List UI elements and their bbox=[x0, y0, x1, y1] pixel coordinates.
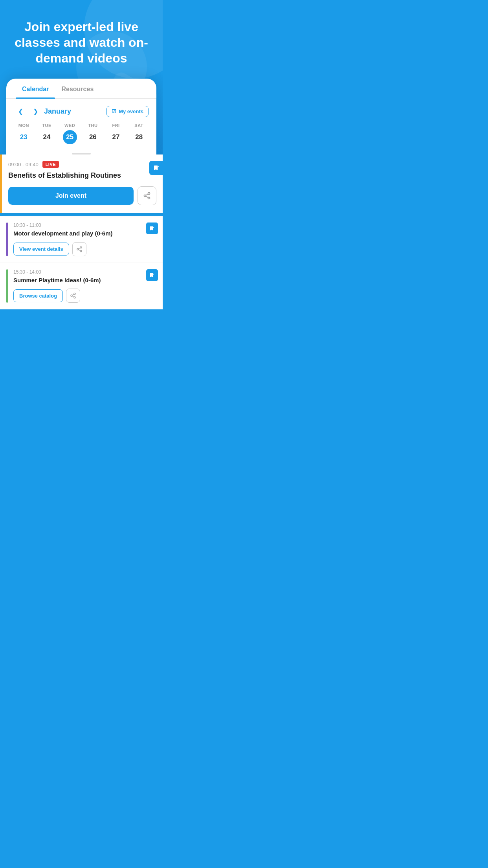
day-label-tue: TUE bbox=[42, 123, 51, 128]
event-2-content: 15:30 - 14:00 Summer Playtime Ideas! (0-… bbox=[13, 269, 156, 303]
day-label-fri: FRI bbox=[112, 123, 119, 128]
event-1-content: 10:30 - 11:00 Motor development and play… bbox=[13, 223, 156, 256]
event-1-color-bar bbox=[6, 223, 8, 256]
share-button-2[interactable] bbox=[66, 289, 80, 303]
day-cell-sat[interactable]: SAT 28 bbox=[128, 121, 150, 147]
day-strip: MON 23 TUE 24 WED 25 THU 26 FRI 27 bbox=[6, 121, 156, 151]
share-icon-1 bbox=[76, 246, 83, 252]
hero-title: Join expert-led live classes and watch o… bbox=[9, 19, 153, 66]
day-num-fri: 27 bbox=[109, 130, 123, 144]
calendar-nav: ❮ ❯ January ☑ My events bbox=[6, 99, 156, 121]
my-events-label: My events bbox=[119, 108, 143, 114]
tab-resources[interactable]: Resources bbox=[55, 79, 100, 98]
featured-event-card: 09:00 - 09:40 LIVE Benefits of Establish… bbox=[0, 154, 163, 213]
tab-calendar[interactable]: Calendar bbox=[16, 79, 55, 98]
day-cell-tue[interactable]: TUE 24 bbox=[36, 121, 58, 147]
scrubber-handle bbox=[72, 153, 91, 154]
day-num-sat: 28 bbox=[132, 130, 146, 144]
browse-catalog-button[interactable]: Browse catalog bbox=[13, 289, 63, 302]
event-2-color-bar bbox=[6, 269, 8, 303]
event-1-title: Motor development and play (0-6m) bbox=[13, 230, 156, 237]
event-1-bookmark-icon[interactable] bbox=[146, 223, 158, 234]
share-icon bbox=[143, 192, 151, 200]
svg-line-9 bbox=[78, 248, 80, 249]
svg-line-4 bbox=[146, 194, 148, 195]
day-label-wed: WED bbox=[64, 123, 75, 128]
day-num-thu: 26 bbox=[86, 130, 100, 144]
event-1-actions: View event details bbox=[13, 242, 156, 256]
hero-section: Join expert-led live classes and watch o… bbox=[0, 0, 163, 154]
event-2-title: Summer Playtime Ideas! (0-6m) bbox=[13, 276, 156, 284]
tab-bar: Calendar Resources bbox=[6, 79, 156, 99]
my-events-button[interactable]: ☑ My events bbox=[106, 106, 149, 117]
event-2-actions: Browse catalog bbox=[13, 289, 156, 303]
featured-bookmark-icon[interactable] bbox=[149, 161, 163, 175]
featured-share-button[interactable] bbox=[138, 186, 156, 205]
live-badge: LIVE bbox=[42, 161, 59, 168]
event-2-bookmark-icon[interactable] bbox=[146, 269, 158, 281]
day-cell-wed[interactable]: WED 25 bbox=[59, 121, 81, 147]
main-card: Calendar Resources ❮ ❯ January ☑ My even… bbox=[6, 79, 156, 154]
view-details-button-1[interactable]: View event details bbox=[13, 243, 69, 256]
card-container: Calendar Resources ❮ ❯ January ☑ My even… bbox=[6, 79, 156, 154]
chevron-right-icon: ❯ bbox=[33, 108, 38, 115]
event-item-1: 10:30 - 11:00 Motor development and play… bbox=[0, 216, 163, 263]
day-num-wed: 25 bbox=[63, 130, 77, 144]
featured-event-time: 09:00 - 09:40 bbox=[8, 162, 39, 167]
share-button-1[interactable] bbox=[72, 242, 86, 256]
join-event-button[interactable]: Join event bbox=[8, 187, 134, 205]
day-label-thu: THU bbox=[88, 123, 97, 128]
event-item-2: 15:30 - 14:00 Summer Playtime Ideas! (0-… bbox=[0, 263, 163, 310]
day-label-mon: MON bbox=[18, 123, 29, 128]
day-label-sat: SAT bbox=[134, 123, 143, 128]
featured-event-actions: Join event bbox=[8, 186, 156, 205]
event-1-time: 10:30 - 11:00 bbox=[13, 223, 156, 228]
day-cell-fri[interactable]: FRI 27 bbox=[105, 121, 127, 147]
event-list: 10:30 - 11:00 Motor development and play… bbox=[0, 216, 163, 309]
day-num-tue: 24 bbox=[40, 130, 54, 144]
day-cell-thu[interactable]: THU 26 bbox=[82, 121, 104, 147]
bookmark-check-icon-1 bbox=[149, 226, 155, 231]
bookmark-check-icon bbox=[153, 165, 160, 171]
day-cell-mon[interactable]: MON 23 bbox=[13, 121, 35, 147]
chevron-left-icon: ❮ bbox=[18, 108, 23, 115]
day-num-mon: 23 bbox=[17, 130, 31, 144]
bookmark-check-icon-2 bbox=[149, 272, 155, 278]
share-icon-2 bbox=[70, 292, 76, 299]
svg-line-14 bbox=[72, 294, 74, 296]
svg-line-13 bbox=[72, 296, 74, 297]
calendar-check-icon: ☑ bbox=[112, 108, 116, 114]
event-2-time: 15:30 - 14:00 bbox=[13, 269, 156, 275]
featured-event-title: Benefits of Establishing Routines bbox=[8, 171, 156, 180]
featured-event-time-row: 09:00 - 09:40 LIVE bbox=[8, 161, 156, 168]
svg-line-3 bbox=[146, 197, 148, 198]
prev-month-button[interactable]: ❮ bbox=[14, 105, 27, 118]
calendar-month: January bbox=[44, 107, 104, 116]
next-month-button[interactable]: ❯ bbox=[29, 105, 42, 118]
svg-line-8 bbox=[78, 250, 80, 251]
